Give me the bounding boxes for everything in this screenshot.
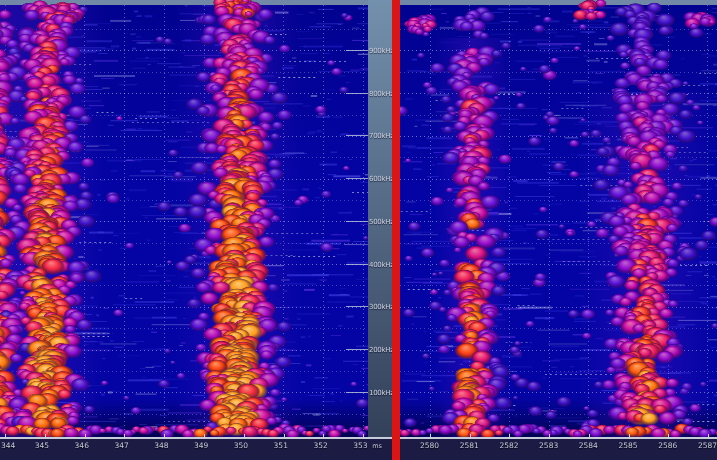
time-tick-mark	[430, 434, 431, 439]
time-axis-bar: 344345346347348349350351352353ms25802581…	[0, 437, 717, 460]
time-axis-unit: ms	[372, 442, 382, 450]
time-tick-mark	[5, 434, 6, 439]
time-tick-mark	[204, 434, 205, 439]
freq-label: 800kHz	[369, 90, 394, 98]
time-tick-mark	[85, 434, 86, 439]
time-tick-mark	[45, 434, 46, 439]
time-tick-label: 349	[194, 441, 208, 450]
freq-tick-line	[346, 50, 368, 51]
time-tick-label: 347	[114, 441, 128, 450]
freq-label: 900kHz	[369, 47, 394, 55]
freq-label: 300kHz	[369, 303, 394, 311]
time-tick-label: 2581	[460, 441, 479, 450]
time-tick-label: 346	[75, 441, 89, 450]
time-tick-label: 2584	[579, 441, 598, 450]
freq-tick-line	[346, 392, 368, 393]
freq-tick-line	[346, 221, 368, 222]
time-tick-label: 2580	[420, 441, 439, 450]
time-tick-label: 2582	[499, 441, 518, 450]
time-tick-label: 2587	[698, 441, 717, 450]
freq-label: 100kHz	[369, 389, 394, 397]
time-tick-mark	[323, 434, 324, 439]
freq-tick-line	[346, 135, 368, 136]
time-tick-label: 2583	[539, 441, 558, 450]
time-tick-label: 352	[313, 441, 327, 450]
freq-label: 500kHz	[369, 218, 394, 226]
freq-tick-line	[346, 349, 368, 350]
freq-tick-line	[346, 93, 368, 94]
freq-tick-line	[346, 306, 368, 307]
freq-label: 700kHz	[369, 132, 394, 140]
time-tick-label: 2585	[619, 441, 638, 450]
freq-tick-line	[346, 264, 368, 265]
time-tick-label: 350	[234, 441, 248, 450]
freq-label: 600kHz	[369, 175, 394, 183]
time-tick-mark	[589, 434, 590, 439]
right-spectrogram-canvas	[400, 0, 717, 437]
time-tick-mark	[708, 434, 709, 439]
time-tick-label: 2586	[658, 441, 677, 450]
time-tick-mark	[509, 434, 510, 439]
time-tick-mark	[668, 434, 669, 439]
left-spectrogram-canvas	[0, 0, 368, 437]
time-tick-label: 348	[154, 441, 168, 450]
time-tick-label: 353	[353, 441, 367, 450]
time-tick-mark	[470, 434, 471, 439]
time-tick-label: 344	[1, 441, 15, 450]
freq-label: 400kHz	[369, 261, 394, 269]
freq-label: 200kHz	[369, 346, 394, 354]
frequency-axis-strip: 900kHz800kHz700kHz600kHz500kHz400kHz300k…	[368, 0, 392, 437]
panel-divider[interactable]	[392, 0, 400, 460]
time-tick-mark	[124, 434, 125, 439]
time-tick-mark	[363, 434, 364, 439]
time-tick-mark	[284, 434, 285, 439]
freq-tick-line	[346, 178, 368, 179]
spectrogram-window: 900kHz800kHz700kHz600kHz500kHz400kHz300k…	[0, 0, 717, 460]
time-tick-mark	[549, 434, 550, 439]
time-tick-mark	[164, 434, 165, 439]
time-tick-label: 345	[35, 441, 49, 450]
time-tick-label: 351	[274, 441, 288, 450]
time-tick-mark	[629, 434, 630, 439]
time-tick-mark	[244, 434, 245, 439]
